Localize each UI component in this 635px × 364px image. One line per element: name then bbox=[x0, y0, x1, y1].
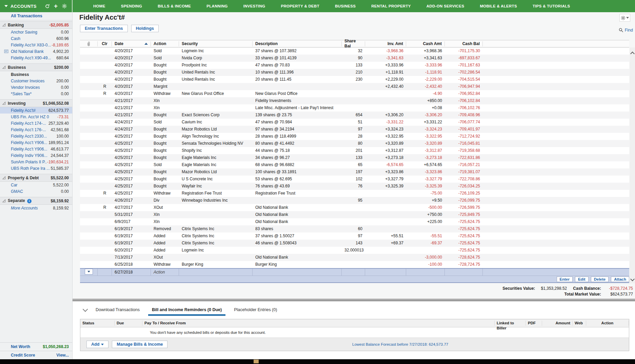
new-transaction-row[interactable]: 6/27/2018Action bbox=[80, 268, 629, 276]
sidebar-section-banking[interactable]: Banking-$2,005.85 bbox=[0, 21, 72, 29]
transaction-row[interactable]: 4/25/2017BoughtU S Concrete Inc53 shares… bbox=[80, 176, 629, 183]
enter-button[interactable]: Enter bbox=[557, 277, 573, 282]
accounts-collapse-icon[interactable] bbox=[4, 5, 8, 7]
nav-item-home[interactable]: HOME bbox=[85, 0, 113, 12]
sidebar-item-all-transactions[interactable]: All Transactions bbox=[0, 12, 72, 20]
credit-score-view-link[interactable]: View... bbox=[56, 353, 69, 358]
reminder-column-pay-to-receive-from[interactable]: Pay To / Receive From bbox=[142, 321, 495, 326]
section-collapse-icon[interactable] bbox=[2, 101, 6, 105]
section-collapse-icon[interactable] bbox=[2, 23, 6, 27]
transaction-row[interactable]: 4/21/2017BoughtExact Sciences Corp139 sh… bbox=[80, 112, 629, 119]
sidebar-item-fidelity-indiv-y906[interactable]: Fidelity Indiv Y906...24,544.37 bbox=[0, 152, 72, 159]
accounts-gear-icon[interactable] bbox=[62, 3, 67, 9]
sidebar-item-ubs-roth-pace-ira[interactable]: UBS Roth Pace Ira ...51,585.37 bbox=[0, 165, 72, 171]
transaction-row[interactable]: 6/19/2017AddedCitrix Systems Inc37 share… bbox=[80, 232, 629, 240]
delete-button[interactable]: Delete bbox=[591, 277, 609, 282]
section-collapse-icon[interactable] bbox=[2, 65, 6, 69]
refresh-icon[interactable] bbox=[45, 4, 50, 9]
sidebar-section-business[interactable]: Business$200.00 bbox=[0, 63, 72, 71]
sidebar-item-sunam-polaris-ii-p[interactable]: SunAm Polaris II P...-190,634.21 bbox=[0, 159, 72, 165]
entry-dropdown-button[interactable] bbox=[85, 269, 93, 275]
column-header-clr[interactable]: Clr bbox=[98, 41, 112, 46]
sidebar-item-cash[interactable]: Cash600.96 bbox=[0, 35, 72, 42]
sidebar-item-more-accounts[interactable]: More Accounts8,159.92 bbox=[0, 205, 72, 211]
transaction-row[interactable]: 6/19/2017RemovedCitrix Systems Inc83 sha… bbox=[80, 225, 629, 232]
sidebar-item-fidelity-acc-t-x83-0[interactable]: Fidelity Acc't# X83-0...-8,189.65 bbox=[0, 42, 72, 48]
nav-item-property-debt[interactable]: PROPERTY & DEBT bbox=[273, 0, 327, 12]
manage-bills-income-button[interactable]: Manage Bills & Income bbox=[112, 341, 167, 348]
transaction-row[interactable]: R4/25/2017WithdrawRegistration Fee Trust… bbox=[80, 190, 629, 197]
nav-item-mobile-alerts[interactable]: MOBILE & ALERTS bbox=[472, 0, 525, 12]
sidebar-section-separate[interactable]: Separatei$8,159.92 bbox=[0, 197, 72, 205]
transaction-row[interactable]: 4/25/2017BoughtWayfair Inc76 shares @ 43… bbox=[80, 183, 629, 190]
transaction-row[interactable]: 4/25/2017BoughtMazor Robotics Ltd100 sha… bbox=[80, 168, 629, 176]
attach-button[interactable]: Attach bbox=[611, 277, 629, 282]
section-collapse-icon[interactable] bbox=[2, 176, 6, 180]
reminder-column-pdf[interactable]: PDF bbox=[526, 321, 542, 326]
transaction-row[interactable]: 4/26/2017DivWinnebago Industries Inc95+9… bbox=[80, 197, 629, 204]
column-header-attachment[interactable] bbox=[80, 41, 98, 46]
edit-button[interactable]: Edit bbox=[575, 277, 589, 282]
reminder-column-due[interactable]: Due bbox=[115, 321, 142, 326]
nav-item-rental-property[interactable]: RENTAL PROPERTY bbox=[363, 0, 419, 12]
transaction-row[interactable]: R4/27/2017XOutOld National Bank-500.00-7… bbox=[80, 204, 629, 211]
transaction-row[interactable]: 4/21/2017XInLate Misc. Adjkustment - Lat… bbox=[80, 104, 629, 112]
enter-transactions-button[interactable]: Enter Transactions bbox=[80, 25, 128, 32]
reminder-column-amount[interactable]: Amount bbox=[542, 321, 573, 326]
reminder-column-action[interactable]: Action bbox=[586, 321, 629, 326]
nav-item-tips-tutorials[interactable]: TIPS & TUTORIALS bbox=[525, 0, 578, 12]
nav-item-investing[interactable]: INVESTING bbox=[236, 0, 273, 12]
sidebar-section-investing[interactable]: Investing$1,046,552.08 bbox=[0, 99, 72, 107]
transaction-row[interactable]: 4/21/2017XInFidelity Investments+850.00-… bbox=[80, 97, 629, 104]
transaction-row[interactable]: 4/20/2017SoldNvida Corp33 shares @ 101.4… bbox=[80, 55, 629, 62]
sidebar-item-old-national-bank[interactable]: Old National Bank4,902.20 bbox=[0, 48, 72, 55]
section-collapse-icon[interactable] bbox=[2, 199, 6, 203]
transaction-row[interactable]: 4/24/2017BoughtMazor Robotics Ltd97 shar… bbox=[80, 126, 629, 133]
net-worth-row[interactable]: Net Worth $1,050,268.23 bbox=[0, 342, 72, 351]
nav-item-add-on-services[interactable]: ADD-ON SERVICES bbox=[419, 0, 472, 12]
sidebar-item-fidelity-acc-t-y906[interactable]: Fidelity Acc't Y906...189,951.24 bbox=[0, 139, 72, 146]
transaction-row[interactable]: 4/20/2017BoughtUnited Rentals Inc20 shar… bbox=[80, 76, 629, 83]
transaction-row[interactable]: 4/20/2017BoughtUnited Rentals Inc10 shar… bbox=[80, 69, 629, 76]
register-scrollbar[interactable] bbox=[630, 47, 635, 283]
column-header-inv-amt[interactable]: Inv. Amt bbox=[365, 41, 406, 46]
transaction-row[interactable]: 4/20/2017SoldLogmein Inc37 shares @ 107.… bbox=[80, 47, 629, 55]
transaction-row[interactable]: 6/9/2017XInOld National Bank+225.00-725,… bbox=[80, 218, 629, 225]
sidebar-item-car[interactable]: Car5,522.00 bbox=[0, 182, 72, 188]
transaction-row[interactable]: 4/25/2017SoldEagle Materials Inc68 share… bbox=[80, 161, 629, 168]
add-reminder-button[interactable]: Add bbox=[86, 341, 108, 348]
transaction-row[interactable]: 4/25/2017BoughtEagle Materials Inc34 sha… bbox=[80, 154, 629, 161]
nav-item-bills-income[interactable]: BILLS & INCOME bbox=[150, 0, 199, 12]
sidebar-item-fidelity-acc-t-174[interactable]: Fidelity Acc't 174-...257,329.40 bbox=[0, 120, 72, 126]
reminder-column-linked-to-biller[interactable]: Linked to Biller bbox=[495, 321, 526, 326]
sidebar-item-business[interactable]: Business bbox=[0, 71, 72, 78]
sidebar-item-fidelity-acc-t-2330[interactable]: Fidelity Acc't 2330...100.00 bbox=[0, 133, 72, 139]
transaction-row[interactable]: R4/20/2017WithdrawNew Glarus Post Office… bbox=[80, 90, 629, 97]
lowest-balance-forecast-link[interactable]: Lowest Balance Forecast before 7/27/2018… bbox=[352, 342, 448, 346]
transaction-row[interactable]: 7/13/2017XOutOld National Bank-3,000.00-… bbox=[80, 254, 629, 261]
scroll-down-icon[interactable] bbox=[630, 277, 635, 281]
nav-item-spending[interactable]: SPENDING bbox=[113, 0, 150, 12]
column-header-date[interactable]: Date bbox=[112, 41, 151, 46]
sidebar-item-fidelity-acc-t-x90-49[interactable]: Fidelity Acc't X90-49...680.64 bbox=[0, 55, 72, 61]
find-control[interactable]: Find bbox=[619, 28, 633, 33]
column-header-action[interactable]: Action bbox=[151, 41, 179, 46]
nav-item-business[interactable]: BUSINESS bbox=[327, 0, 363, 12]
info-icon[interactable]: i bbox=[27, 199, 32, 203]
credit-score-row[interactable]: Credit Score View... bbox=[0, 351, 72, 359]
transaction-row[interactable]: 6/25/2018WithdrawBurger KingBurger King-… bbox=[80, 261, 629, 268]
transaction-row[interactable]: 4/24/2017SoldCavium Inc47 shares @ 70.98… bbox=[80, 119, 629, 126]
sidebar-item-fidelity-acc-t-y906[interactable]: Fidelity Acc't Y906...46,613.77 bbox=[0, 146, 72, 152]
tab-download-transactions[interactable]: Download Transactions bbox=[92, 304, 143, 315]
transaction-row[interactable]: 4/25/2017BoughtAlign Technology Inc28 sh… bbox=[80, 133, 629, 140]
panel-splitter[interactable] bbox=[73, 299, 635, 301]
holdings-button[interactable]: Holdings bbox=[131, 25, 159, 32]
sidebar-item-customer-invoices[interactable]: Customer Invoices200.00 bbox=[0, 78, 72, 84]
sidebar-item-sales-tax[interactable]: *Sales Tax*0.00 bbox=[0, 90, 72, 97]
taskbar-app-icon[interactable] bbox=[254, 360, 259, 363]
sidebar-item-fidelity-acc-t-176[interactable]: Fidelity Acc't 176-...42,561.68 bbox=[0, 126, 72, 133]
column-header-cash-amt[interactable]: Cash Amt bbox=[406, 41, 445, 46]
column-header-share-bal[interactable]: Share Bal bbox=[342, 41, 365, 46]
add-account-icon[interactable]: + bbox=[54, 3, 58, 9]
sidebar-section-property-debt[interactable]: Property & Debt$5,522.00 bbox=[0, 174, 72, 182]
